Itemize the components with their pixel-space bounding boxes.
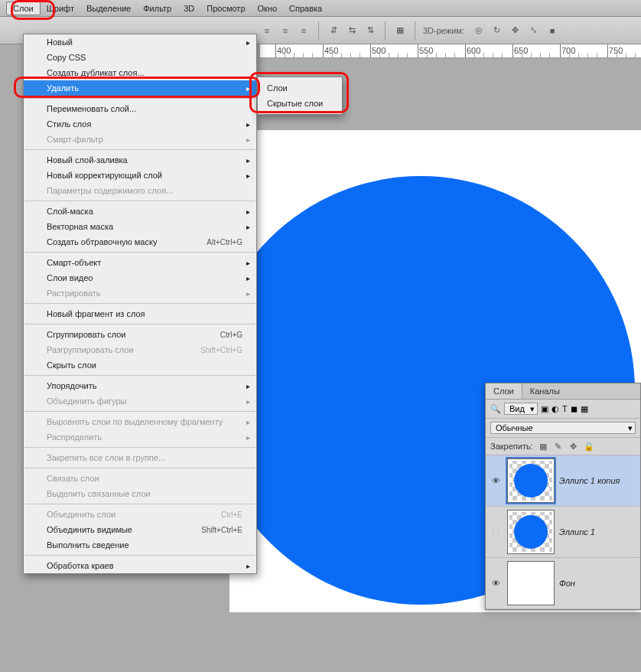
menu-item-newslice[interactable]: Новый фрагмент из слоя — [24, 306, 256, 321]
layer-row[interactable]: 👁 Эллипс 1 копия — [486, 455, 640, 507]
align-right-icon[interactable]: ≡ — [297, 24, 311, 38]
menu-selection[interactable]: Выделение — [80, 2, 137, 15]
menu-item-alignsel: Выровнять слои по выделенному фрагменту — [24, 414, 256, 429]
align-left-icon[interactable]: ≡ — [260, 24, 274, 38]
menu-item-vectormask[interactable]: Векторная маска — [24, 219, 256, 234]
menubar: Слои Шрифт Выделение Фильтр 3D Просмотр … — [0, 0, 641, 17]
tab-channels[interactable]: Каналы — [522, 383, 568, 399]
menu-item-hide[interactable]: Скрыть слои — [24, 357, 256, 373]
distribute-icon[interactable]: ⇵ — [327, 24, 340, 38]
menu-item-smartobj[interactable]: Смарт-объект — [24, 255, 256, 270]
layers-dropdown-menu: Новый Copy CSS Создать дубликат слоя... … — [23, 34, 257, 574]
menu-item-mergevisible[interactable]: Объединить видимыеShift+Ctrl+E — [24, 522, 256, 537]
orbit-icon[interactable]: ◎ — [472, 24, 486, 38]
eye-icon[interactable]: 👁 — [489, 476, 503, 485]
menu-filter[interactable]: Фильтр — [137, 2, 177, 15]
menu-font[interactable]: Шрифт — [41, 2, 80, 15]
menu-item-ungroup: Разгруппировать слоиShift+Ctrl+G — [24, 342, 256, 357]
menu-item-lockall: Закрепить все слои в группе... — [24, 450, 256, 465]
horizontal-ruler: // generated later after data load 40045… — [260, 44, 641, 58]
menu-item-clipmask[interactable]: Создать обтравочную маскуAlt+Ctrl+G — [24, 234, 256, 250]
menu-item-selectlinked: Выделить связанные слои — [24, 486, 256, 501]
menu-item-rasterize: Растрировать — [24, 285, 256, 301]
delete-submenu: Слои Скрытые слои — [257, 77, 343, 115]
eye-icon[interactable]: 👁 — [489, 579, 503, 588]
menu-item-group[interactable]: Сгруппировать слоиCtrl+G — [24, 327, 256, 342]
lock-transparency-icon[interactable]: ▦ — [538, 441, 548, 452]
menu-item-layermask[interactable]: Слой-маска — [24, 204, 256, 219]
menu-item-mergedown: Объединить слоиCtrl+E — [24, 507, 256, 522]
menu-view[interactable]: Просмотр — [200, 2, 251, 15]
menu-item-delete[interactable]: Удалить — [24, 80, 256, 96]
layer-thumbnail[interactable] — [507, 458, 555, 503]
menu-item-matting[interactable]: Обработка краев — [24, 558, 256, 573]
menu-item-link: Связать слои — [24, 471, 256, 486]
mode-3d-label: 3D-режим: — [423, 26, 464, 35]
layer-row[interactable]: ▢ Эллипс 1 — [486, 507, 640, 558]
menu-layers[interactable]: Слои — [6, 2, 41, 15]
menu-item-copycss[interactable]: Copy CSS — [24, 50, 256, 65]
submenu-item-hidden[interactable]: Скрытые слои — [258, 96, 342, 111]
layers-panel: Слои Каналы 🔍 Вид ▣ ◐ T ◼ ▦ Обычные Закр… — [485, 383, 641, 610]
menu-item-flatten[interactable]: Выполнить сведение — [24, 537, 256, 553]
submenu-item-layers[interactable]: Слои — [258, 80, 342, 96]
filter-type-icon[interactable]: T — [562, 404, 568, 413]
layer-thumbnail[interactable] — [507, 561, 555, 605]
lock-position-icon[interactable]: ✥ — [568, 441, 579, 452]
menu-item-newfill[interactable]: Новый слой-заливка — [24, 152, 256, 168]
search-icon: 🔍 — [490, 404, 501, 414]
lock-all-icon[interactable]: 🔒 — [584, 441, 594, 452]
align-center-icon[interactable]: ≡ — [278, 24, 292, 38]
filter-shape-icon[interactable]: ◼ — [571, 404, 578, 414]
distribute-v-icon[interactable]: ⇅ — [363, 24, 377, 38]
menu-item-smartfilter: Смарт-фильтр — [24, 132, 256, 147]
filter-kind-select[interactable]: Вид — [504, 403, 538, 415]
slide-icon[interactable]: ⤡ — [527, 24, 541, 38]
layer-name[interactable]: Эллипс 1 копия — [559, 476, 620, 485]
lock-pixels-icon[interactable]: ✎ — [553, 441, 564, 452]
menu-window[interactable]: Окно — [252, 2, 284, 15]
layer-thumbnail[interactable] — [507, 510, 555, 554]
auto-align-icon[interactable]: ▦ — [393, 24, 407, 38]
menu-item-distribute: Распределить — [24, 429, 256, 445]
menu-item-videolayers[interactable]: Слои видео — [24, 270, 256, 285]
menu-item-new[interactable]: Новый — [24, 34, 256, 50]
layer-name[interactable]: Эллипс 1 — [559, 527, 595, 537]
blend-mode-select[interactable]: Обычные — [490, 422, 636, 434]
menu-item-contentopts: Параметры содержимого слоя... — [24, 183, 256, 198]
menu-3d[interactable]: 3D — [177, 2, 200, 15]
filter-pixel-icon[interactable]: ▣ — [541, 404, 548, 414]
menu-help[interactable]: Справка — [283, 2, 328, 15]
menu-item-newadj[interactable]: Новый корректирующий слой — [24, 168, 256, 183]
menu-item-duplicate[interactable]: Создать дубликат слоя... — [24, 65, 256, 80]
zoom-icon[interactable]: ■ — [545, 24, 559, 38]
lock-label: Закрепить: — [490, 442, 533, 451]
menu-item-combineshapes: Объединить фигуры — [24, 393, 256, 409]
tab-layers[interactable]: Слои — [486, 383, 522, 399]
layer-row[interactable]: 👁 Фон — [486, 558, 640, 609]
eye-icon[interactable]: ▢ — [489, 527, 503, 537]
panel-tabs: Слои Каналы — [486, 383, 640, 400]
menu-item-arrange[interactable]: Упорядочить — [24, 378, 256, 393]
roll-icon[interactable]: ↻ — [490, 24, 504, 38]
filter-adj-icon[interactable]: ◐ — [552, 404, 559, 414]
distribute-h-icon[interactable]: ⇆ — [345, 24, 359, 38]
menu-item-rename[interactable]: Переименовать слой... — [24, 101, 256, 116]
layer-name[interactable]: Фон — [559, 579, 575, 588]
menu-item-layerstyle[interactable]: Стиль слоя — [24, 116, 256, 132]
filter-smart-icon[interactable]: ▦ — [581, 404, 588, 414]
pan-icon[interactable]: ✥ — [509, 24, 522, 38]
